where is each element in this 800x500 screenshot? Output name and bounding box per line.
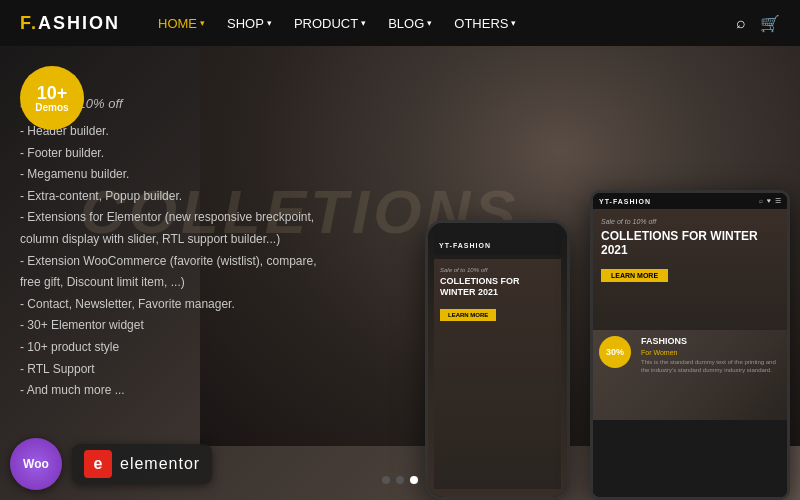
list-item: free gift, Discount limit item, ...) [20, 272, 400, 294]
site-logo[interactable]: F.ASHION [20, 13, 120, 34]
list-item: - Megamenu builder. [20, 164, 400, 186]
search-icon[interactable]: ⌕ [736, 14, 746, 32]
tablet-lower-section: 30% FASHIONS For Women This is the stand… [593, 330, 787, 420]
tablet-title: COLLETIONS FOR WINTER 2021 [601, 229, 779, 258]
tablet-logo: YT-FASHION [599, 198, 651, 205]
tablet-lower-title: FASHIONS [641, 336, 779, 346]
nav-icons: ⌕ 🛒 [736, 14, 780, 33]
dot-1[interactable] [382, 476, 390, 484]
nav-item-shop[interactable]: SHOP ▾ [219, 12, 280, 35]
nav-menu: HOME ▾ SHOP ▾ PRODUCT ▾ BLOG ▾ OTHERS ▾ [150, 12, 736, 35]
dot-2[interactable] [396, 476, 404, 484]
elementor-badge: e elementor [72, 444, 212, 484]
elementor-icon: e [84, 450, 112, 478]
list-item: - Extensions for Elementor (new responsi… [20, 207, 400, 229]
elementor-label: elementor [120, 455, 200, 473]
chevron-down-icon: ▾ [361, 18, 366, 28]
nav-item-blog[interactable]: BLOG ▾ [380, 12, 440, 35]
list-item: - Contact, Newsletter, Favorite manager. [20, 294, 400, 316]
tablet-screen: YT-FASHION ⌕ ♥ ☰ Sale of to 10% off COLL… [593, 193, 787, 497]
demos-label: Demos [35, 102, 68, 113]
nav-item-product[interactable]: PRODUCT ▾ [286, 12, 374, 35]
tablet-lower-subtitle: For Women [641, 349, 779, 356]
dot-3[interactable] [410, 476, 418, 484]
demos-count: 10+ [37, 84, 68, 102]
demos-badge: 10+ Demos [20, 66, 84, 130]
list-item: - Header builder. [20, 121, 400, 143]
tablet-discount-badge: 30% [599, 336, 631, 368]
hero-section: COLLETIONS 10+ Demos Sale of to 10% off … [0, 46, 800, 500]
logo-prefix: F. [20, 13, 38, 33]
tablet-menu-icon: ☰ [775, 197, 781, 205]
phone-learn-more-button[interactable]: LEARN MORE [440, 309, 496, 321]
list-item: - 30+ Elementor widget [20, 315, 400, 337]
list-item: column display with slider, RTL support … [20, 229, 400, 251]
phone-screen: YT-FASHION Sale of to 10% off COLLETIONS… [428, 223, 567, 497]
tablet-top-bar: YT-FASHION ⌕ ♥ ☰ [593, 193, 787, 210]
tablet-mockup: YT-FASHION ⌕ ♥ ☰ Sale of to 10% off COLL… [590, 190, 790, 500]
features-list: - Header builder. - Footer builder. - Me… [20, 121, 400, 402]
tablet-icons: ⌕ ♥ ☰ [759, 197, 781, 205]
list-item: - Extension WooCommerce (favorite (wistl… [20, 251, 400, 273]
nav-item-home[interactable]: HOME ▾ [150, 12, 213, 35]
cart-icon[interactable]: 🛒 [760, 14, 780, 33]
phone-header: YT-FASHION [434, 231, 561, 255]
tablet-sale-text: Sale of to 10% off [601, 218, 779, 225]
woo-label: Woo [23, 457, 49, 471]
tablet-lower-desc: This is the standard dummy text of the p… [641, 359, 779, 375]
list-item: - Extra-content, Popup builder. [20, 186, 400, 208]
chevron-down-icon: ▾ [511, 18, 516, 28]
chevron-down-icon: ▾ [200, 18, 205, 28]
list-item: - RTL Support [20, 359, 400, 381]
tablet-search-icon: ⌕ [759, 197, 763, 205]
phone-logo: YT-FASHION [439, 242, 491, 249]
woocommerce-badge: Woo [10, 438, 62, 490]
list-item: - And much more ... [20, 380, 400, 402]
discount-amount: 30% [606, 348, 624, 357]
logo-suffix: ASHION [38, 13, 120, 33]
bottom-badges: Woo e elementor [10, 438, 212, 490]
hero-left-content: Sale of to 10% off - Header builder. - F… [20, 96, 400, 402]
phone-title: COLLETIONS FOR WINTER 2021 [440, 276, 555, 298]
tablet-learn-more-button[interactable]: LEARN MORE [601, 269, 668, 282]
navbar: F.ASHION HOME ▾ SHOP ▾ PRODUCT ▾ BLOG ▾ … [0, 0, 800, 46]
phone-mockup: YT-FASHION Sale of to 10% off COLLETIONS… [425, 220, 570, 500]
nav-item-others[interactable]: OTHERS ▾ [446, 12, 524, 35]
tablet-lower-text: FASHIONS For Women This is the standard … [641, 336, 779, 375]
chevron-down-icon: ▾ [427, 18, 432, 28]
list-item: - Footer builder. [20, 143, 400, 165]
chevron-down-icon: ▾ [267, 18, 272, 28]
phone-sale-text: Sale of to 10% off [440, 267, 555, 273]
list-item: - 10+ product style [20, 337, 400, 359]
carousel-dots [382, 476, 418, 484]
tablet-wishlist-icon: ♥ [767, 197, 771, 205]
